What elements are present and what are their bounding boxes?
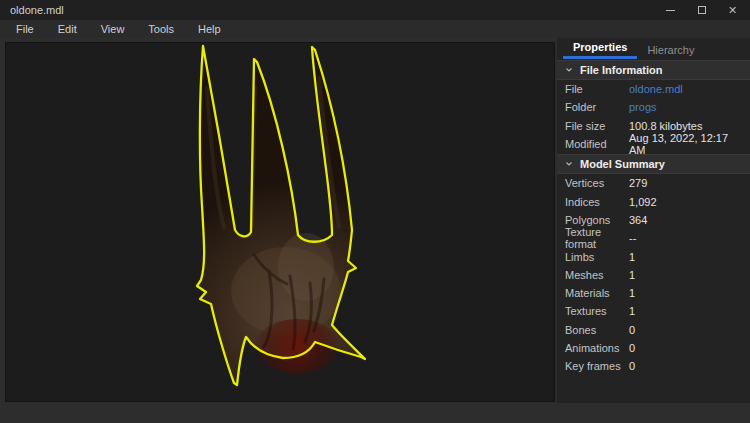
table-row: Bones 0 bbox=[557, 321, 750, 339]
table-row: Meshes 1 bbox=[557, 266, 750, 284]
folder-link[interactable]: progs bbox=[629, 101, 657, 113]
property-value: 1 bbox=[629, 287, 635, 299]
table-row: Animations 0 bbox=[557, 339, 750, 357]
property-label: Folder bbox=[565, 101, 629, 113]
section-header-file-information[interactable]: File Information bbox=[557, 60, 750, 80]
panel-tabs: Properties Hierarchy bbox=[557, 38, 750, 59]
maximize-button[interactable] bbox=[686, 0, 717, 20]
tab-properties[interactable]: Properties bbox=[563, 38, 637, 59]
property-label: Texture format bbox=[565, 226, 629, 250]
section-header-model-summary[interactable]: Model Summary bbox=[557, 154, 750, 174]
table-row: Materials 1 bbox=[557, 284, 750, 302]
window-controls: ✕ bbox=[655, 0, 748, 20]
menu-help[interactable]: Help bbox=[186, 21, 233, 37]
property-label: Textures bbox=[565, 305, 629, 317]
property-value: Aug 13, 2022, 12:17 AM bbox=[629, 132, 742, 156]
file-link[interactable]: oldone.mdl bbox=[629, 83, 683, 95]
section-title: File Information bbox=[580, 64, 663, 76]
property-label: File size bbox=[565, 120, 629, 132]
property-label: Limbs bbox=[565, 251, 629, 263]
property-value: 100.8 kilobytes bbox=[629, 120, 702, 132]
table-row: Indices 1,092 bbox=[557, 192, 750, 210]
menu-edit[interactable]: Edit bbox=[46, 21, 89, 37]
property-value: 364 bbox=[629, 214, 647, 226]
property-label: Animations bbox=[565, 342, 629, 354]
app-window: oldone.mdl ✕ File Edit View Tools Help bbox=[0, 0, 750, 423]
table-row: Folder progs bbox=[557, 98, 750, 116]
table-row: Modified Aug 13, 2022, 12:17 AM bbox=[557, 135, 750, 153]
menubar: File Edit View Tools Help bbox=[0, 20, 750, 38]
property-label: Modified bbox=[565, 138, 629, 150]
property-label: Indices bbox=[565, 196, 629, 208]
model-shub-niggurath[interactable] bbox=[197, 46, 365, 385]
file-information-rows: File oldone.mdl Folder progs File size 1… bbox=[557, 80, 750, 153]
property-label: Bones bbox=[565, 324, 629, 336]
table-row: Key frames 0 bbox=[557, 357, 750, 375]
menu-view[interactable]: View bbox=[89, 21, 137, 37]
model-summary-rows: Vertices 279 Indices 1,092 Polygons 364 … bbox=[557, 174, 750, 375]
property-label: Polygons bbox=[565, 214, 629, 226]
section-title: Model Summary bbox=[580, 158, 665, 170]
property-label: Materials bbox=[565, 287, 629, 299]
table-row: Textures 1 bbox=[557, 302, 750, 320]
table-row: Limbs 1 bbox=[557, 247, 750, 265]
property-value: 0 bbox=[629, 324, 635, 336]
property-label: Meshes bbox=[565, 269, 629, 281]
property-label: Vertices bbox=[565, 177, 629, 189]
menu-tools[interactable]: Tools bbox=[136, 21, 186, 37]
property-value: 279 bbox=[629, 177, 647, 189]
tab-hierarchy[interactable]: Hierarchy bbox=[637, 41, 704, 59]
collapse-chevron-icon bbox=[565, 66, 573, 74]
table-row: File oldone.mdl bbox=[557, 80, 750, 98]
collapse-chevron-icon bbox=[565, 160, 573, 168]
maximize-icon bbox=[698, 6, 706, 14]
table-row: Texture format -- bbox=[557, 229, 750, 247]
model-viewport[interactable] bbox=[5, 42, 555, 402]
property-value: 0 bbox=[629, 360, 635, 372]
property-value: 1 bbox=[629, 251, 635, 263]
titlebar[interactable]: oldone.mdl ✕ bbox=[0, 0, 750, 20]
property-value: 1 bbox=[629, 269, 635, 281]
property-value: 1,092 bbox=[629, 196, 657, 208]
property-value: 1 bbox=[629, 305, 635, 317]
model-canvas bbox=[6, 43, 554, 401]
window-title: oldone.mdl bbox=[10, 4, 64, 16]
property-label: Key frames bbox=[565, 360, 629, 372]
property-value: 0 bbox=[629, 342, 635, 354]
minimize-button[interactable] bbox=[655, 0, 686, 20]
menu-file[interactable]: File bbox=[4, 21, 46, 37]
property-label: File bbox=[565, 83, 629, 95]
minimize-icon bbox=[666, 10, 675, 11]
close-button[interactable]: ✕ bbox=[717, 0, 748, 20]
properties-panel: Properties Hierarchy File Information Fi… bbox=[557, 38, 750, 403]
table-row: Vertices 279 bbox=[557, 174, 750, 192]
property-value: -- bbox=[629, 232, 636, 244]
close-icon: ✕ bbox=[728, 5, 737, 16]
